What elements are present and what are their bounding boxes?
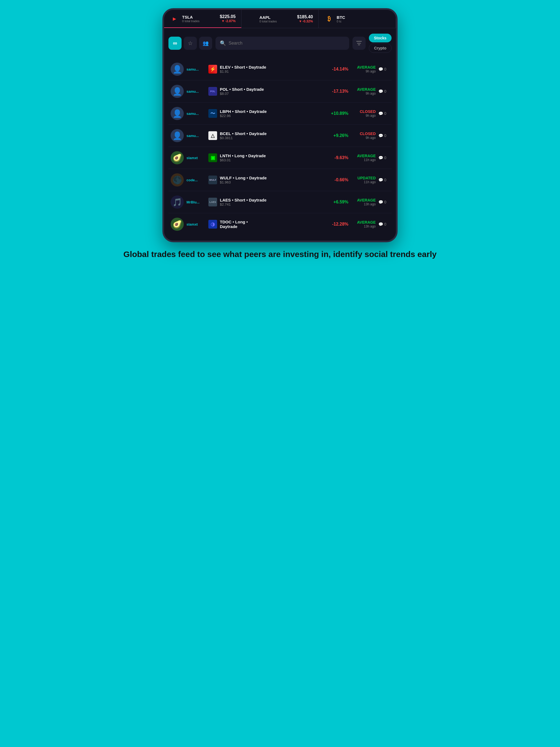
user-name: samu... — [186, 134, 206, 138]
avatar: 🌑 — [171, 173, 184, 186]
trades-list: 👤 samu... ⚡ ELEV • Short • Daytrade $1.9… — [169, 58, 391, 235]
ticker-item-btc[interactable]: ₿ BTC 0 tc — [319, 10, 396, 28]
broker-logo: WULF — [208, 176, 217, 184]
trade-status: UPDATED 11h ago — [351, 176, 376, 184]
trade-title: LNTH • Long • Daytrade — [220, 153, 324, 158]
user-name: samu... — [186, 111, 206, 115]
trade-price: $63.01 — [220, 158, 324, 162]
trade-status: AVERAGE 9h ago — [351, 65, 376, 73]
trade-price: $0.3811 — [220, 136, 324, 140]
trade-change: -17.13% — [327, 89, 348, 94]
trade-change: -0.66% — [327, 177, 348, 182]
aapl-change: ▼-0.32% — [297, 19, 313, 23]
aapl-price-block: $185.40 ▼-0.32% — [297, 15, 313, 23]
table-row[interactable]: 👤 samu... ⚡ ELEV • Short • Daytrade $1.9… — [169, 58, 391, 80]
filter-tab-star[interactable]: ☆ — [184, 36, 197, 50]
comment-icon: 💬 — [378, 200, 383, 204]
table-row[interactable]: 👤 samu... POL POL • Short • Daytrade $8.… — [169, 80, 391, 103]
status-label: CLOSED — [351, 109, 376, 114]
table-row[interactable]: 🥑 slamxt ◑ TDOC • Long •Daytrade -12.28%… — [169, 213, 391, 235]
tsla-info: TSLA 0 total trades — [182, 15, 217, 23]
avatar: 🥑 — [171, 151, 184, 164]
filter-tab-all[interactable]: ∞ — [169, 36, 182, 50]
caption: Global trades feed to see what peers are… — [118, 249, 442, 259]
trade-title: ELEV • Short • Daytrade — [220, 65, 324, 70]
ticker-item-tsla[interactable]: ▶ TSLA 0 total trades $225.05 ▼-2.87% — [164, 10, 241, 28]
comment-icon: 💬 — [378, 111, 383, 115]
broker-logo: ◑ — [208, 220, 217, 229]
comment-icon: 💬 — [378, 133, 383, 138]
comment-count: 0 — [384, 156, 386, 160]
trade-price: $1.91 — [220, 70, 324, 74]
search-input[interactable] — [229, 41, 345, 46]
trade-change: -9.63% — [327, 155, 348, 160]
btc-symbol: BTC — [337, 15, 390, 20]
trade-change: +9.26% — [327, 133, 348, 138]
aapl-info: AAPL 0 total trades — [259, 15, 295, 23]
status-label: UPDATED — [351, 176, 376, 180]
table-row[interactable]: 👤 samu... △ BCEL • Short • Daytrade $0.3… — [169, 125, 391, 147]
tsla-symbol: TSLA — [182, 15, 217, 19]
status-time: 9h ago — [351, 92, 376, 96]
user-name: code... — [186, 178, 206, 182]
trade-title: LAES • Short • Daytrade — [220, 198, 324, 202]
table-row[interactable]: 🥑 slamxt ▣ LNTH • Long • Daytrade $63.01… — [169, 147, 391, 169]
status-label: AVERAGE — [351, 65, 376, 70]
device-frame: ▶ TSLA 0 total trades $225.05 ▼-2.87% AA… — [162, 8, 398, 242]
trade-info: LNTH • Long • Daytrade $63.01 — [220, 153, 324, 162]
trade-info: WULF • Long • Daytrade $1.963 — [220, 176, 324, 184]
broker-logo: ⚡ — [208, 65, 217, 74]
status-time: 9h ago — [351, 136, 376, 140]
crypto-button[interactable]: Crypto — [369, 44, 391, 53]
user-name: samu... — [186, 89, 206, 94]
status-time: 13h ago — [351, 202, 376, 206]
status-label: AVERAGE — [351, 198, 376, 202]
tsla-change: ▼-2.87% — [220, 19, 236, 23]
table-row[interactable]: 👤 samu... 〜 LBPH • Short • Daytrade $22.… — [169, 103, 391, 125]
comment-count: 0 — [384, 133, 386, 138]
trade-change: +10.89% — [327, 111, 348, 116]
ticker-item-aapl[interactable]: AAPL 0 total trades $185.40 ▼-0.32% — [241, 10, 319, 28]
comment-icon: 💬 — [378, 222, 383, 226]
btc-logo: ₿ — [324, 14, 334, 24]
avatar: 👤 — [171, 129, 184, 142]
trade-title: TDOC • Long •Daytrade — [220, 220, 324, 229]
trade-comment[interactable]: 💬 0 — [378, 133, 389, 138]
btc-trades: 0 tc — [337, 20, 390, 23]
comment-icon: 💬 — [378, 156, 383, 160]
trade-comment[interactable]: 💬 0 — [378, 200, 389, 204]
status-time: 9h ago — [351, 70, 376, 73]
trade-comment[interactable]: 💬 0 — [378, 67, 389, 71]
trade-comment[interactable]: 💬 0 — [378, 156, 389, 160]
trade-comment[interactable]: 💬 0 — [378, 178, 389, 182]
tsla-price-block: $225.05 ▼-2.87% — [220, 14, 236, 23]
stocks-button[interactable]: Stocks — [369, 34, 391, 42]
filter-icon[interactable] — [353, 36, 365, 50]
trade-change: -14.14% — [327, 67, 348, 72]
broker-logo: △ — [208, 131, 217, 140]
trade-comment[interactable]: 💬 0 — [378, 222, 389, 226]
trade-info: ELEV • Short • Daytrade $1.91 — [220, 65, 324, 74]
filter-tab-users[interactable]: 👥 — [199, 36, 212, 50]
trade-change: -12.28% — [327, 222, 348, 227]
trade-comment[interactable]: 💬 0 — [378, 89, 389, 94]
table-row[interactable]: 🎵 MrBlu... LAES LAES • Short • Daytrade … — [169, 191, 391, 213]
status-label: AVERAGE — [351, 87, 376, 92]
trade-info: POL • Short • Daytrade $8.07 — [220, 87, 324, 96]
comment-count: 0 — [384, 89, 386, 94]
trade-info: LAES • Short • Daytrade $2.741 — [220, 198, 324, 206]
aapl-symbol: AAPL — [259, 15, 295, 20]
avatar: 🥑 — [171, 217, 184, 231]
btc-info: BTC 0 tc — [337, 15, 390, 23]
status-label: CLOSED — [351, 131, 376, 136]
comment-count: 0 — [384, 67, 386, 71]
comment-icon: 💬 — [378, 178, 383, 182]
comment-icon: 💬 — [378, 67, 383, 71]
trade-comment[interactable]: 💬 0 — [378, 111, 389, 115]
status-label: AVERAGE — [351, 154, 376, 158]
filter-tabs: ∞ ☆ 👥 — [169, 36, 212, 50]
broker-logo: POL — [208, 87, 217, 96]
table-row[interactable]: 🌑 code... WULF WULF • Long • Daytrade $1… — [169, 169, 391, 191]
avatar: 🎵 — [171, 196, 184, 209]
tsla-logo: ▶ — [170, 14, 179, 24]
